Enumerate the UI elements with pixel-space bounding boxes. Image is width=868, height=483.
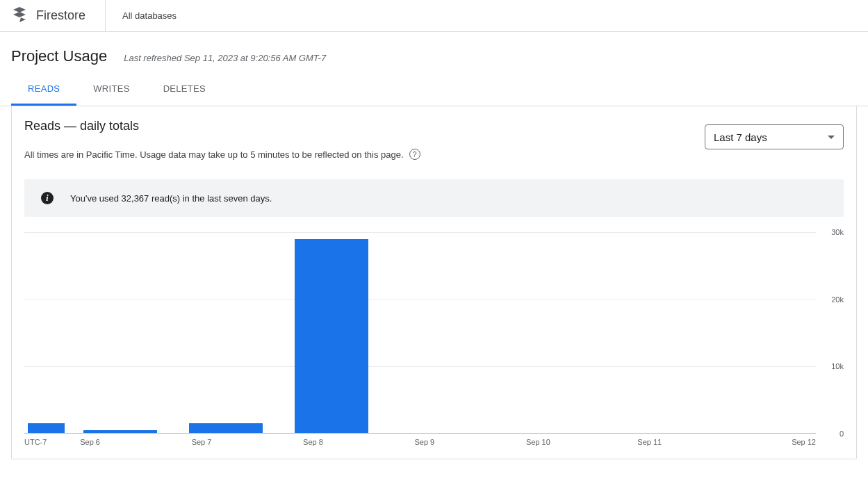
usage-card: Reads — daily totals All times are in Pa… [11,106,857,459]
time-range-select[interactable]: Last 7 days [705,124,844,149]
usage-tabs: READS WRITES DELETES [0,83,868,106]
timezone-note: All times are in Pacific Time. Usage dat… [24,149,404,160]
chart-bar-slot [183,232,288,433]
chevron-down-icon [828,136,835,139]
info-icon: i [41,192,54,204]
tab-reads[interactable]: READS [11,83,76,106]
chart-bars-row [24,232,816,433]
chart-bar-slot [710,232,816,433]
chart-bar-slot [394,232,500,433]
chart-bar [83,430,157,433]
chart-x-tick: Sep 12 [749,438,816,446]
product-name: Firestore [36,8,85,23]
chart-x-tick: UTC-7 [24,438,80,446]
chart-x-tick: Sep 8 [303,438,414,446]
tab-writes[interactable]: WRITES [76,83,146,106]
page-header: Project Usage Last refreshed Sep 11, 202… [0,32,868,65]
app-header: Firestore All databases [0,0,868,32]
chart-bar-slot [288,232,394,433]
usage-info-banner: i You've used 32,367 read(s) in the last… [24,179,844,217]
chart-x-tick: Sep 7 [192,438,303,446]
page-title: Project Usage [11,47,107,65]
chart-y-tick: 10k [827,362,844,370]
card-title: Reads — daily totals [24,119,705,133]
tab-deletes[interactable]: DELETES [147,83,222,106]
help-icon[interactable]: ? [409,149,420,160]
chart-y-tick: 20k [827,295,844,304]
chart-y-tick: 0 [835,429,844,438]
chart-plot-area [24,232,816,434]
chart-bar-slot [24,232,77,433]
chart-bar-slot [605,232,710,433]
chart-bar [28,423,65,433]
time-range-label: Last 7 days [714,131,767,143]
product-block: Firestore [11,0,106,31]
chart-y-axis: 010k20k30k [816,232,844,434]
chart-x-tick: Sep 10 [526,438,637,446]
usage-info-text: You've used 32,367 read(s) in the last s… [70,193,272,204]
chart-y-tick: 30k [827,228,844,236]
chart-x-tick: Sep 11 [637,438,748,446]
chart-bar [295,239,368,433]
chart-x-tick: Sep 9 [414,438,525,446]
chart-bar-slot [499,232,605,433]
breadcrumb-all-databases[interactable]: All databases [122,10,177,21]
card-top-row: Reads — daily totals All times are in Pa… [24,119,844,160]
chart-x-tick: Sep 6 [80,438,191,446]
chart-x-axis: UTC-7Sep 6Sep 7Sep 8Sep 9Sep 10Sep 11Sep… [24,438,844,446]
chart-bar-slot [77,232,183,433]
reads-chart: 010k20k30k [24,232,844,434]
chart-bar [189,423,263,433]
firestore-logo-icon [11,6,28,25]
last-refreshed-text: Last refreshed Sep 11, 2023 at 9:20:56 A… [124,53,326,63]
